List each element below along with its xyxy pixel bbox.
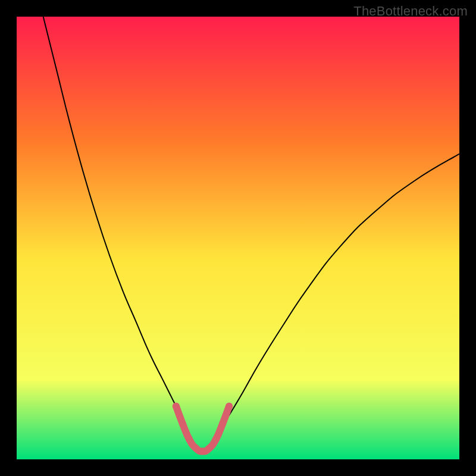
plot-area [17, 17, 459, 459]
chart-svg [17, 17, 459, 459]
series-highlight-minimum-dot [173, 403, 180, 410]
series-highlight-minimum-dot [199, 448, 206, 455]
series-highlight-minimum-dot [206, 444, 213, 452]
series-highlight-minimum-dot [219, 420, 226, 427]
series-highlight-minimum-dot [192, 444, 199, 452]
series-highlight-minimum-dot [186, 436, 193, 443]
watermark-text: TheBottleneck.com [353, 4, 468, 19]
gradient-background [17, 17, 459, 459]
series-highlight-minimum-dot [226, 403, 233, 410]
series-highlight-minimum-dot [179, 420, 186, 427]
series-highlight-minimum-dot [212, 436, 220, 443]
chart-stage: TheBottleneck.com [0, 0, 476, 476]
